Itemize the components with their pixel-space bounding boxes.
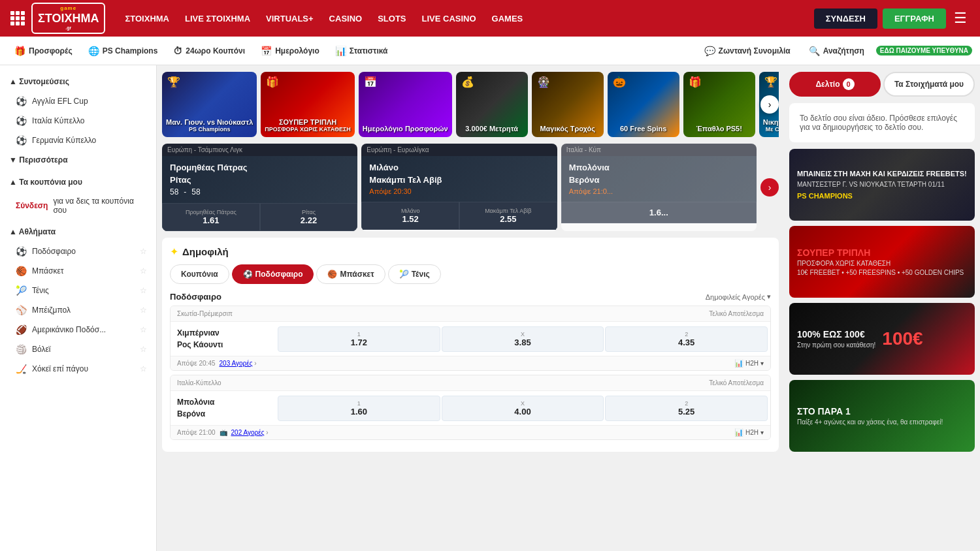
sidebar-item-hockey[interactable]: 🏒 Χόκεϊ επί πάγου ☆ [0,359,156,379]
globe-icon: 🌐 [88,46,99,56]
sidebar-item-tennis[interactable]: 🎾 Τένις ☆ [0,281,156,300]
favorite-icon[interactable]: ☆ [140,364,147,373]
promo-next-button[interactable]: › [760,95,779,114]
halloween-icon: 🎃 [613,76,626,88]
odd-cell-1[interactable]: 1 1.72 [278,326,440,352]
odd-cell-1[interactable]: 1 1.60 [278,396,440,421]
nav-prosfores[interactable]: 🎁 Προσφορές [8,42,79,60]
nav-casino[interactable]: CASINO [323,10,369,27]
tab-football[interactable]: ⚽ Ποδόσφαιρο [232,264,314,284]
favorite-icon[interactable]: ☆ [140,286,147,295]
betslip-tab-mybets[interactable]: Τα Στοιχήματά μου [883,72,975,97]
match-next-button[interactable]: › [760,178,779,197]
match-team1-3: Μπολόνια [569,163,749,172]
nav-statistika[interactable]: 📊 Στατιστικά [329,42,395,60]
promo-card-ps-champions[interactable]: 🏆 Μαν. Γιουν. vs Νιούκαστλ PS Champions [162,72,257,137]
more-header[interactable]: ▼ Περισσότερα [0,150,156,170]
sidebar-item-volleyball[interactable]: 🏐 Βόλεϊ ☆ [0,339,156,359]
promo-card-magikos[interactable]: 🎡 Μαγικός Τροχός [532,72,604,137]
register-button[interactable]: ΕΓΓΡΑΦΗ [883,8,946,29]
tab-coupons[interactable]: Κουπόνια [170,264,229,284]
odd-cell-x[interactable]: Χ 4.00 [442,396,604,421]
nav-search[interactable]: 🔍 Αναζήτηση [802,42,871,60]
promo-card-subtitle: PS Champions [189,127,231,133]
tab-basketball[interactable]: 🏀 Μπάσκετ [316,264,385,284]
favorite-icon[interactable]: ☆ [140,325,147,334]
shortcuts-header[interactable]: ▲ Συντομεύσεις [0,72,156,91]
star-icon: ✦ [170,245,178,258]
h2h-button[interactable]: 📊 H2H ▾ [734,359,764,368]
promo-card-ps5[interactable]: 🎁 Έπαθλο PS5! [683,72,755,137]
favorite-icon[interactable]: ☆ [140,345,147,354]
login-button[interactable]: ΣΥΝΔΕΣΗ [814,8,877,29]
nav-virtuals[interactable]: VIRTUALS+ [259,10,320,27]
markets-count[interactable]: 203 Αγορές › [220,360,257,367]
sidebar-item-basketball[interactable]: 🏀 Μπάσκετ ☆ [0,261,156,281]
h2h-button[interactable]: 📊 H2H ▾ [734,428,764,437]
odd-value: 5.25 [608,407,764,417]
gift-icon: 🎁 [689,76,702,88]
nav-hmerologio[interactable]: 📅 Ημερολόγιο [254,42,326,60]
nav-games[interactable]: GAMES [485,10,530,27]
promo-banner-3[interactable]: 100% ΕΩΣ 100€ Στην πρώτη σου κατάθεση! 1… [789,303,975,375]
odd-btn-team1[interactable]: Προμηθέας Πάτρας 1.61 [162,203,260,231]
promo-card-hmerologio[interactable]: 📅 Ημερολόγιο Προσφορών [359,72,452,137]
team2-name: Ρος Κάουντι [177,339,269,351]
tab-tennis[interactable]: 🎾 Τένις [388,264,441,284]
match-info-2: Ιταλία-Κύπελλο Τελικό Αποτέλεσμα [171,375,770,391]
tv-icon: 📺 [220,429,227,436]
banner-cta: PS CHAMPIONS [797,192,967,200]
odd-btn-team1[interactable]: 1.6... [561,202,757,223]
favorite-icon[interactable]: ☆ [140,306,147,315]
login-link[interactable]: Σύνδεση [16,201,48,210]
sports-section: ▲ Αθλήματα ⚽ Ποδόσφαιρο ☆ 🏀 Μπάσκετ ☆ 🎾 … [0,222,156,379]
favorite-icon[interactable]: ☆ [140,266,147,276]
odd-cell-2[interactable]: 2 5.25 [605,396,768,421]
sidebar-item-italy[interactable]: ⚽ Ιταλία Κύπελλο [0,111,156,131]
popular-markets-button[interactable]: Δημοφιλείς Αγορές ▾ [706,292,771,301]
promo-card-3000e[interactable]: 💰 3.000€ Μετρητά [456,72,528,137]
nav-hmerologio-label: Ημερολόγιο [275,46,319,55]
odd-btn-team1[interactable]: Μιλάνο 1.52 [361,202,459,230]
grid-menu-icon[interactable] [10,11,25,25]
sidebar-item-football[interactable]: ⚽ Ποδόσφαιρο ☆ [0,242,156,261]
promo-banner-inner-4: ΣΤΟ ΠΑΡΑ 1 Παίξε 4+ αγώνες και αν χάσεις… [789,380,975,452]
sidebar-item-germany[interactable]: ⚽ Γερμανία Κύπελλο [0,131,156,150]
nav-stoixima[interactable]: ΣΤΟΙΧΗΜΑ [118,10,176,27]
sports-header[interactable]: ▲ Αθλήματα [0,222,156,242]
promo-card-freespins[interactable]: 🎃 60 Free Spins [608,72,679,137]
markets-count[interactable]: 202 Αγορές › [231,429,269,436]
sidebar-item-baseball[interactable]: ⚾ Μπέιζμπολ ☆ [0,300,156,320]
popular-title: Δημοφιλή [182,246,229,257]
nav-prosfores-label: Προσφορές [29,46,73,55]
odd-value: 4.35 [608,338,764,347]
responsible-gaming-badge[interactable]: ΕΔΩ ΠΑΙΖΟΥΜΕ ΥΠΕΥΘΥΝΑ [876,46,972,55]
coupons-login-prompt[interactable]: Σύνδεση για να δεις τα κουπόνια σου [0,192,156,219]
odd-label: Μιλάνο [365,208,456,214]
promo-banner-4[interactable]: ΣΤΟ ΠΑΡΑ 1 Παίξε 4+ αγώνες και αν χάσεις… [789,380,975,452]
odd-cell-x[interactable]: Χ 3.85 [442,326,604,352]
odd-cell-2[interactable]: 2 4.35 [605,326,768,352]
logo-area: game ΣTOIXHMA .gr [10,3,105,34]
odd-btn-team2[interactable]: Ρίτας 2.22 [260,203,358,231]
favorite-icon[interactable]: ☆ [140,247,147,256]
site-logo[interactable]: game ΣTOIXHMA .gr [31,3,105,34]
nav-live-casino[interactable]: LIVE CASINO [416,10,483,27]
nav-chat[interactable]: 💬 Ζωντανή Συνομιλία [698,42,797,60]
nav-slots[interactable]: SLOTS [371,10,412,27]
nav-24wro[interactable]: ⏱ 24ωρο Κουπόνι [167,42,252,60]
live-matches-row: Ευρώπη - Τσάμπιονς Λιγκ Προμηθέας Πάτρας… [162,144,779,231]
hamburger-icon[interactable]: ☰ [951,7,970,29]
promo-banner-2[interactable]: ΣΟΥΠΕΡ ΤΡΙΠΛΗ ΠΡΟΣΦΟΡΑ ΧΩΡΙΣ ΚΑΤΑΘΕΣΗ 10… [789,226,975,298]
coupons-header[interactable]: ▲ Τα κουπόνια μου [0,172,156,192]
promo-banner-1[interactable]: ΜΠΑΙΝΕΙΣ ΣΤΗ ΜΑΧΗ ΚΑΙ ΚΕΡΔΙΖΕΙΣ FREEBETS… [789,149,975,221]
sidebar-item-american-football[interactable]: 🏈 Αμερικάνικο Ποδόσ... ☆ [0,320,156,339]
sidebar-item-england[interactable]: ⚽ Αγγλία EFL Cup [0,91,156,111]
promo-card-super-tripli[interactable]: 🎁 ΣΟΥΠΕΡ ΤΡΙΠΛΗ ΠΡΟΣΦΟΡΑ ΧΩΡΙΣ ΚΑΤΑΘΕΣΗ [261,72,355,137]
odd-btn-team2[interactable]: Μακάμπι Τελ Αβίβ 2.55 [459,202,557,230]
betslip-tab-active[interactable]: Δελτίο 0 [789,72,881,97]
football-icon: ⚽ [16,135,27,146]
match-league-1: Ευρώπη - Τσάμπιονς Λιγκ [162,144,357,156]
nav-ps-champions[interactable]: 🌐 PS Champions [82,42,165,60]
nav-live-stoixima[interactable]: LIVE ΣΤΟΙΧΗΜΑ [178,10,257,27]
